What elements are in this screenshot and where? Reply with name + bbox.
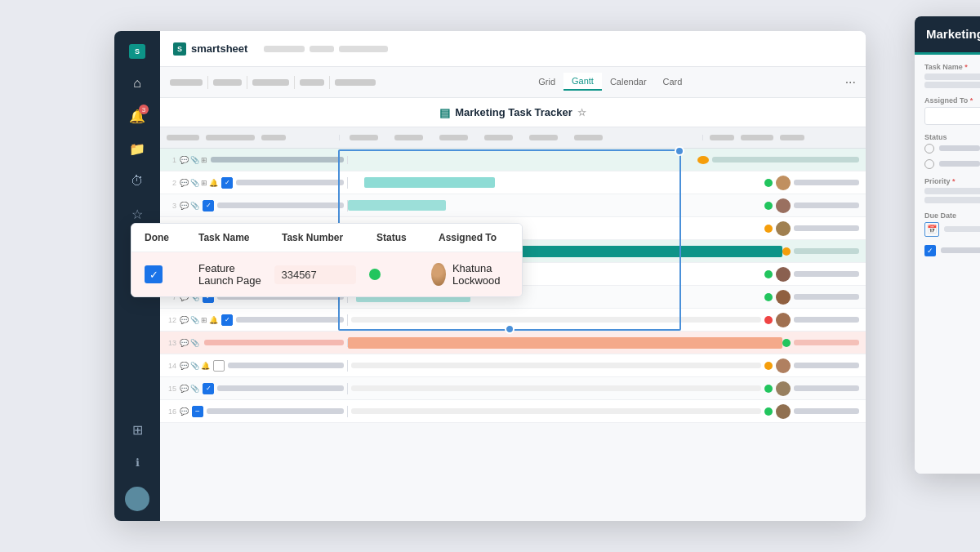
popup-task-number: 334567 bbox=[274, 265, 356, 284]
popup-done-checkbox[interactable]: ✓ bbox=[145, 265, 163, 283]
grid-row: 2 💬 📎 ⊞ 🔔 ✓ bbox=[160, 171, 866, 194]
calendar-icon[interactable]: 📅 bbox=[924, 222, 939, 237]
field-label-priority: Priority * bbox=[924, 177, 980, 185]
more-options[interactable]: ··· bbox=[845, 75, 856, 90]
sidebar-home-icon[interactable]: ⌂ bbox=[122, 69, 152, 98]
task-popup: Done Task Name Task Number Status Assign… bbox=[131, 223, 523, 297]
sidebar-apps-icon[interactable]: ⊞ bbox=[122, 415, 152, 444]
row-checkbox[interactable]: ✓ bbox=[221, 177, 233, 189]
form-checkbox[interactable]: ✓ bbox=[924, 245, 936, 256]
app-window: S ⌂ 🔔 3 📁 ⏱ ☆ + ⊞ ℹ S smartsheet bbox=[114, 31, 866, 521]
popup-data-row: ✓ Feature Launch Page 334567 Khatuna Loc… bbox=[131, 252, 522, 296]
popup-col-num-label: Task Number bbox=[282, 232, 363, 243]
row-checkbox[interactable]: ✓ bbox=[203, 383, 214, 394]
grid-area: 1 💬 📎 ⊞ 2 bbox=[160, 127, 866, 521]
form-field-priority: Priority * bbox=[924, 177, 980, 203]
row-checkbox[interactable]: − bbox=[192, 406, 203, 417]
popup-assigned-col: Khatuna Lockwood bbox=[431, 262, 509, 287]
sheet-title-bar: ▤ Marketing Task Tracker ☆ bbox=[160, 98, 866, 127]
popup-task-name: Feature Launch Page bbox=[198, 262, 261, 287]
checkbox-label bbox=[941, 247, 980, 253]
tab-gantt[interactable]: Gantt bbox=[564, 73, 602, 91]
form-field-date: Due Date 📅 bbox=[924, 211, 980, 237]
field-label-assigned: Assigned To * bbox=[924, 96, 980, 105]
popup-col-status-label: Status bbox=[376, 232, 425, 243]
sidebar-help-icon[interactable]: ℹ bbox=[122, 447, 152, 477]
form-select-assigned[interactable]: ▾▴ bbox=[924, 107, 980, 125]
grid-row: 1 💬 📎 ⊞ bbox=[160, 149, 866, 171]
popup-col-assigned-label: Assigned To bbox=[439, 232, 509, 243]
row-checkbox[interactable]: ✓ bbox=[203, 200, 214, 211]
sidebar-files-icon[interactable]: 📁 bbox=[122, 134, 152, 163]
panel-body: Task Name * Assigned To * ▾▴ Status bbox=[915, 55, 980, 474]
field-label-date: Due Date bbox=[924, 211, 980, 220]
grid-row: 16 💬 − bbox=[160, 400, 866, 423]
tab-card[interactable]: Card bbox=[655, 73, 691, 90]
row-checkbox[interactable]: ✓ bbox=[221, 314, 233, 326]
marketing-tasks-form-panel: × ↗ Marketing Tasks Form Task Name * Ass… bbox=[915, 16, 980, 474]
form-checkbox-row: ✓ bbox=[924, 245, 980, 256]
grid-row: 15 💬 📎 ✓ bbox=[160, 377, 866, 400]
panel-header: × ↗ Marketing Tasks Form bbox=[915, 16, 980, 52]
form-field-status: Status bbox=[924, 133, 980, 169]
notification-badge: 3 bbox=[139, 105, 149, 114]
form-field-taskname: Task Name * bbox=[924, 63, 980, 88]
user-avatar[interactable] bbox=[125, 487, 149, 511]
form-field-assigned: Assigned To * ▾▴ bbox=[924, 96, 980, 125]
favorite-star[interactable]: ☆ bbox=[577, 107, 586, 118]
toolbar: Grid Gantt Calendar Card ··· bbox=[160, 67, 866, 98]
popup-status-dot bbox=[369, 269, 381, 280]
sidebar-recent-icon[interactable]: ⏱ bbox=[122, 167, 152, 196]
field-label-status: Status bbox=[924, 133, 980, 141]
row-checkbox[interactable] bbox=[213, 360, 225, 372]
popup-col-name-label: Task Name bbox=[198, 232, 269, 243]
grid-row: 13 💬 📎 bbox=[160, 332, 866, 354]
logo-icon: S bbox=[173, 42, 186, 56]
grid-row: 3 💬 📎 ✓ bbox=[160, 194, 866, 217]
logo-text: smartsheet bbox=[191, 42, 247, 55]
tab-calendar[interactable]: Calendar bbox=[602, 73, 655, 90]
app-logo: S smartsheet bbox=[173, 42, 247, 56]
popup-assignee-name: Khatuna Lockwood bbox=[452, 262, 509, 287]
app-header: S smartsheet bbox=[160, 31, 866, 67]
radio-option-1[interactable] bbox=[924, 144, 934, 154]
popup-header: Done Task Name Task Number Status Assign… bbox=[131, 224, 522, 252]
tab-grid[interactable]: Grid bbox=[530, 73, 564, 90]
panel-title: Marketing Tasks Form bbox=[926, 26, 980, 42]
field-label-taskname: Task Name * bbox=[924, 63, 980, 71]
popup-col-done-label: Done bbox=[145, 232, 185, 243]
sheet-title: Marketing Task Tracker bbox=[455, 106, 572, 118]
grid-row: 14 💬 📎 🔔 bbox=[160, 354, 866, 377]
sheet-icon: ▤ bbox=[439, 106, 450, 119]
grid-row: 12 💬 📎 ⊞ 🔔 ✓ bbox=[160, 309, 866, 332]
popup-assignee-avatar bbox=[431, 263, 445, 286]
sidebar-notifications-icon[interactable]: 🔔 3 bbox=[122, 101, 152, 131]
radio-option-4[interactable] bbox=[924, 159, 934, 169]
